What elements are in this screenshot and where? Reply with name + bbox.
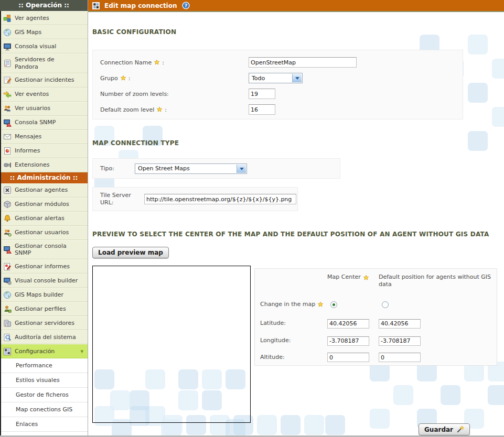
sidebar-item-gis-maps-builder[interactable]: GIS Maps builder xyxy=(0,288,88,302)
sidebar-item-label: Configuración xyxy=(15,348,55,355)
sidebar-item-label: Gestionar agentes xyxy=(15,187,68,194)
sidebar-item-mensajes[interactable]: Mensajes xyxy=(0,130,88,144)
field-label-text: Default zoom level xyxy=(100,106,154,113)
sidebar-item-gestionar-alertas[interactable]: Gestionar alertas xyxy=(0,212,88,226)
person-badge-icon xyxy=(3,305,12,313)
required-star-icon xyxy=(318,302,323,307)
sidebar-item-gestionar-módulos[interactable]: Gestionar módulos xyxy=(0,198,88,212)
page-header: Edit map connection ? xyxy=(88,0,504,12)
map-center-latitude-input[interactable] xyxy=(327,319,369,329)
sidebar-item-label: GIS Maps builder xyxy=(15,291,63,299)
sidebar-item-configuración[interactable]: Configuración▾ xyxy=(0,344,88,358)
sidebar-item-informes[interactable]: Informes xyxy=(0,144,88,158)
sidebar-item-label: Consola visual xyxy=(15,43,56,50)
default-zoom-label: Default zoom level : xyxy=(100,106,249,113)
default-zoom-input[interactable] xyxy=(249,104,275,115)
label-colon: : xyxy=(165,106,167,113)
default-position-longitude-input[interactable] xyxy=(379,336,421,346)
map-center-altitude-input[interactable] xyxy=(327,353,369,362)
sidebar-administration-header: :: Administración :: xyxy=(0,172,88,183)
sidebar-item-servidores-de-pandora[interactable]: Servidores de Pandora xyxy=(0,53,88,73)
required-star-icon xyxy=(121,75,126,81)
sidebar-item-consola-visual[interactable]: Consola visual xyxy=(0,39,88,53)
preview-heading: PREVIEW TO SELECT THE CENTER OF THE MAP … xyxy=(92,231,501,238)
connection-name-label: Connection Name : xyxy=(100,59,249,66)
sidebar-item-gestionar-usuarios[interactable]: Gestionar usuarios xyxy=(0,226,88,240)
bell-icon xyxy=(3,214,12,223)
map-center-column-header: Map Center xyxy=(327,269,379,294)
users-gear-icon xyxy=(3,228,12,237)
dropdown-arrow-icon xyxy=(237,165,246,173)
tipo-select[interactable]: Open Street Maps xyxy=(135,163,247,174)
monitor-gear-icon xyxy=(3,277,12,285)
window-left-edge xyxy=(0,11,1,435)
map-preview-box[interactable] xyxy=(92,266,251,423)
connection-name-input[interactable] xyxy=(249,57,357,68)
svg-text:?: ? xyxy=(184,3,187,8)
grupo-select[interactable]: Todo xyxy=(249,73,303,83)
default-position-altitude-input[interactable] xyxy=(379,353,421,362)
required-star-icon xyxy=(157,107,162,112)
sidebar-subitem-performance[interactable]: Performance xyxy=(0,358,88,373)
sidebar-item-label: Extensiones xyxy=(15,161,50,169)
globe-icon xyxy=(3,291,12,299)
zoom-levels-row: Number of zoom levels: xyxy=(93,86,463,102)
sidebar-item-ver-eventos[interactable]: Ver eventos xyxy=(0,88,88,102)
plug-icon xyxy=(3,161,12,169)
config-grid-icon xyxy=(3,347,12,356)
default-position-latitude-input[interactable] xyxy=(379,319,421,329)
mail-icon xyxy=(3,133,12,141)
tipo-select-value: Open Street Maps xyxy=(138,165,190,172)
load-preview-map-button[interactable]: Load preview map xyxy=(92,247,169,258)
sidebar-subitem-map-conections-gis[interactable]: Map conections GIS xyxy=(0,402,88,417)
save-button[interactable]: Guardar xyxy=(419,423,470,435)
chevron-down-icon: ▾ xyxy=(80,348,83,355)
help-icon[interactable]: ? xyxy=(182,2,190,9)
sidebar-item-ver-usuarios[interactable]: Ver usuarios xyxy=(0,102,88,116)
map-connection-type-heading: MAP CONNECTION TYPE xyxy=(92,139,179,147)
table-corner-cell xyxy=(260,269,327,294)
map-center-radio[interactable] xyxy=(330,301,337,308)
audit-magnifier-icon xyxy=(3,333,12,342)
sidebar-item-auditoría-del-sistema[interactable]: Auditoría del sistema xyxy=(0,330,88,344)
sidebar-item-gestionar-informes[interactable]: Gestionar informes xyxy=(0,259,88,274)
sidebar-item-label: Mensajes xyxy=(15,133,41,140)
sidebar-item-gestionar-agentes[interactable]: Gestionar agentes xyxy=(0,183,88,198)
dropdown-arrow-icon xyxy=(292,74,302,82)
globe-icon xyxy=(3,28,12,37)
edit-page-icon xyxy=(3,76,12,84)
sidebar-item-gestionar-consola-snmp[interactable]: Gestionar consola SNMP xyxy=(0,240,88,260)
sidebar-operation-items: Ver agentesGIS MapsConsola visualServido… xyxy=(0,11,88,172)
sidebar-item-gis-maps[interactable]: GIS Maps xyxy=(0,25,88,39)
window-grid-icon xyxy=(92,2,100,9)
sidebar-item-gestionar-perfiles[interactable]: Gestionar perfiles xyxy=(0,302,88,316)
sidebar: :: Operación :: Ver agentesGIS MapsConso… xyxy=(0,0,88,437)
field-label-text: Connection Name xyxy=(100,59,152,66)
sidebar-item-label: Consola SNMP xyxy=(15,119,56,126)
sidebar-item-label: Ver usuarios xyxy=(15,105,50,112)
label-colon: : xyxy=(128,75,131,82)
sidebar-item-label: Gestionar alertas xyxy=(15,215,65,222)
sidebar-subitem-gestor-de-ficheros[interactable]: Gestor de ficheros xyxy=(0,388,88,402)
sidebar-item-ver-agentes[interactable]: Ver agentes xyxy=(0,11,88,25)
tile-server-url-label: Tile Server URL: xyxy=(100,192,144,207)
module-cube-icon xyxy=(3,200,12,209)
zoom-levels-input[interactable] xyxy=(249,89,275,99)
tools-icon xyxy=(3,186,12,194)
sidebar-item-gestionar-incidentes[interactable]: Gestionar incidentes xyxy=(0,73,88,88)
default-position-radio[interactable] xyxy=(382,301,389,308)
sidebar-item-extensiones[interactable]: Extensiones xyxy=(0,158,88,172)
sidebar-subitem-estilos-visuales[interactable]: Estilos visuales xyxy=(0,373,88,388)
sidebar-item-visual-console-builder[interactable]: Visual console builder xyxy=(0,274,88,288)
sidebar-subitem-enlaces[interactable]: Enlaces xyxy=(0,417,88,432)
position-table: Map Center Default position for agents w… xyxy=(254,268,497,366)
tile-server-url-input[interactable] xyxy=(144,194,296,204)
grupo-row: Grupo : Todo xyxy=(93,70,463,86)
sidebar-item-label: Auditoría del sistema xyxy=(15,334,76,341)
map-center-longitude-input[interactable] xyxy=(327,336,369,346)
field-label-text: Number of zoom levels: xyxy=(100,91,169,97)
sidebar-item-gestionar-servidores[interactable]: Gestionar servidores xyxy=(0,316,88,330)
basic-configuration-panel: Connection Name : Grupo : Todo xyxy=(92,50,463,119)
sidebar-item-label: Gestionar servidores xyxy=(15,320,74,327)
sidebar-item-consola-snmp[interactable]: Consola SNMP xyxy=(0,116,88,130)
